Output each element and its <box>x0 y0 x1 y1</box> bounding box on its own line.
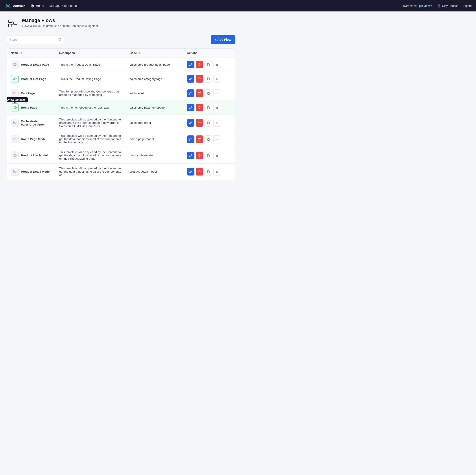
download-button[interactable] <box>213 89 221 97</box>
flow-code: product-detail-model <box>130 170 157 173</box>
td-name: Product List Page <box>7 72 56 86</box>
add-flow-button[interactable]: + Add Flow <box>211 35 235 44</box>
td-name: Cart Page <box>7 86 56 101</box>
flow-name: Product Detail Page <box>21 63 49 66</box>
env-value: preview <box>419 4 429 7</box>
download-button[interactable] <box>213 168 221 175</box>
edit-button[interactable] <box>187 119 194 127</box>
flow-icon-wrap <box>11 152 19 159</box>
flow-description: This is the Product Listing Page <box>59 77 101 81</box>
edit-button[interactable] <box>187 89 194 97</box>
action-buttons <box>187 168 231 175</box>
copy-button[interactable] <box>204 119 212 127</box>
table-row: Cart Page This Template will show the Co… <box>7 86 235 101</box>
download-button[interactable] <box>213 136 221 143</box>
download-button[interactable] <box>213 152 221 159</box>
brand-name: conscia <box>13 4 26 8</box>
flow-name: Home Page <box>21 106 37 109</box>
td-description: This Template will show the Components t… <box>56 86 126 101</box>
td-actions <box>183 164 235 180</box>
flow-name: Product Detail Model <box>21 170 51 173</box>
download-button[interactable] <box>213 119 221 127</box>
navbar: conscia 🏠 Home Manage Experiences ··· En… <box>0 0 476 11</box>
flow-code: salesforce-pwa-homepage <box>130 106 165 109</box>
environment-selector[interactable]: Environment: preview ▼ <box>401 4 433 7</box>
svg-point-10 <box>11 25 12 26</box>
td-name: Orchestrate Salesforce Order <box>7 115 56 131</box>
delete-button[interactable] <box>196 61 203 68</box>
nav-more[interactable]: ··· <box>84 3 87 8</box>
download-button[interactable] <box>213 75 221 83</box>
td-name: Product Detail Page <box>7 57 56 72</box>
nav-home[interactable]: 🏠 Home <box>31 4 44 7</box>
page-title-area: Manage Flows Flows allow you to group on… <box>22 18 99 28</box>
td-code: salesforce-pwa-homepage <box>126 101 183 115</box>
flow-icon <box>11 135 19 143</box>
td-name: Preview template Home Page <box>7 101 56 115</box>
table-row: Product Detail Page This is the Product … <box>7 57 235 72</box>
sort-icon-code: ⇅ <box>138 52 140 55</box>
flow-icon[interactable] <box>11 103 19 111</box>
search-wrap <box>7 35 64 44</box>
copy-button[interactable] <box>204 89 212 97</box>
delete-button[interactable] <box>196 152 203 159</box>
copy-button[interactable] <box>204 104 212 111</box>
flow-name: Cart Page <box>21 92 35 95</box>
copy-button[interactable] <box>204 168 212 175</box>
td-code: product-list-model <box>126 147 183 164</box>
delete-button[interactable] <box>196 89 203 97</box>
svg-point-13 <box>14 78 15 79</box>
edit-button[interactable] <box>187 104 194 111</box>
delete-button[interactable] <box>196 104 203 111</box>
td-name: Product List Model <box>7 147 56 164</box>
nav-manage-experiences[interactable]: Manage Experiences <box>49 4 78 7</box>
delete-button[interactable] <box>196 168 203 175</box>
td-description: This is the Product Detail Page <box>56 57 126 72</box>
th-actions: Actions <box>183 49 235 57</box>
search-input[interactable] <box>9 38 57 41</box>
table-row: Orchestrate Salesforce Order This templa… <box>7 115 235 131</box>
svg-rect-17 <box>208 107 209 109</box>
download-button[interactable] <box>213 104 221 111</box>
td-code: add-to-cart <box>126 86 183 101</box>
flow-icon-wrap <box>11 89 19 97</box>
delete-button[interactable] <box>196 119 203 127</box>
table-scroll[interactable]: Name ⇅ Description Code ⇅ Actions <box>7 49 235 180</box>
svg-point-5 <box>6 7 7 7</box>
delete-button[interactable] <box>196 136 203 143</box>
brand-logo-area: conscia <box>4 2 26 9</box>
download-button[interactable] <box>213 61 221 68</box>
flow-icon-wrap: Preview template <box>11 103 19 111</box>
edit-button[interactable] <box>187 168 194 175</box>
td-description: This template will be queried by the fro… <box>56 164 126 180</box>
td-actions <box>183 131 235 147</box>
copy-button[interactable] <box>204 61 212 68</box>
page-header: Manage Flows Flows allow you to group on… <box>7 18 235 29</box>
user-profile[interactable]: 👤 Clay Hobson <box>437 4 459 7</box>
svg-point-2 <box>6 4 7 5</box>
table-row: Product List Page This is the Product Li… <box>7 72 235 86</box>
td-description: This is the homepage of the retail app <box>56 101 126 115</box>
th-description: Description <box>56 49 126 57</box>
td-actions <box>183 101 235 115</box>
logout-button[interactable]: Logout <box>463 4 472 7</box>
edit-button[interactable] <box>187 61 194 68</box>
flow-description: This is the homepage of the retail app <box>59 106 109 109</box>
td-code: salesforce-product-detail-page <box>126 57 183 72</box>
svg-rect-18 <box>208 122 209 124</box>
action-buttons <box>187 152 231 159</box>
user-icon: 👤 <box>437 4 441 7</box>
copy-button[interactable] <box>204 75 212 83</box>
edit-button[interactable] <box>187 136 194 143</box>
edit-button[interactable] <box>187 152 194 159</box>
edit-button[interactable] <box>187 75 194 83</box>
td-description: This is the Product Listing Page <box>56 72 126 86</box>
delete-button[interactable] <box>196 75 203 83</box>
flow-name: Orchestrate Salesforce Order <box>21 119 52 126</box>
action-buttons <box>187 136 231 143</box>
flow-description: This template will be queried by the fro… <box>59 167 121 177</box>
copy-button[interactable] <box>204 152 212 159</box>
copy-button[interactable] <box>204 136 212 143</box>
flow-icon <box>11 75 19 83</box>
flow-icon-wrap <box>11 75 19 83</box>
